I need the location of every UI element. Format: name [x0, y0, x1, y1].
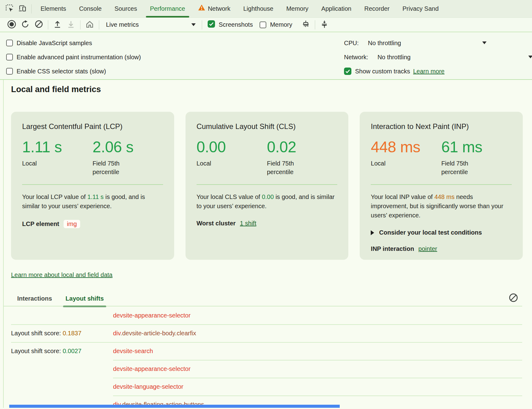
tab-interactions[interactable]: Interactions: [17, 292, 52, 306]
save-profile-button[interactable]: [64, 19, 78, 31]
tab-memory[interactable]: Memory: [280, 0, 315, 18]
capture-settings: Disable JavaScript samples Enable advanc…: [6, 36, 141, 78]
checkbox-unchecked[interactable]: [6, 54, 13, 60]
custom-tracks-label: Show custom tracks: [355, 68, 410, 75]
network-throttling-row: Network: No throttling: [344, 50, 532, 64]
inspect-cursor-icon: [6, 4, 14, 14]
cpu-throttling-select[interactable]: No throttling: [368, 40, 401, 47]
field-label: Field 75th percentile: [267, 159, 310, 176]
css-selector-stats-checkbox-row[interactable]: Enable CSS selector stats (slow): [6, 64, 141, 78]
record-button[interactable]: [5, 19, 18, 31]
record-icon: [7, 20, 16, 30]
chevron-down-icon[interactable]: [528, 56, 532, 58]
clear-icon: [509, 293, 518, 304]
score-value: 0.1837: [63, 330, 81, 337]
clear-button[interactable]: [32, 19, 45, 31]
checkbox-unchecked[interactable]: [6, 40, 13, 46]
metric-description: Your local LCP value of 1.11 s is good, …: [22, 192, 163, 211]
node-tag: devsite-language-selector: [113, 383, 183, 390]
collapse-icon: [320, 20, 328, 29]
table-row[interactable]: Layout shift score: 0.1837 div.devsite-a…: [0, 324, 532, 342]
tab-network[interactable]: Network: [192, 0, 237, 18]
local-value: 0.00: [197, 138, 267, 156]
local-test-conditions-disclosure[interactable]: Consider your local test conditions: [371, 229, 512, 236]
network-label: Network:: [344, 54, 368, 61]
metric-values: 0.00 Local 0.02 Field 75th percentile: [197, 138, 338, 176]
advanced-paint-checkbox-row[interactable]: Enable advanced paint instrumentation (s…: [6, 50, 141, 64]
reload-icon: [21, 20, 29, 30]
chevron-down-icon[interactable]: [482, 41, 487, 44]
node-link[interactable]: div.devsite-article-body.clearfix: [113, 330, 196, 337]
table-row[interactable]: Layout shift score: 0.0027 devsite-searc…: [0, 342, 532, 360]
checkbox-label: Disable JavaScript samples: [17, 40, 92, 47]
tab-sources[interactable]: Sources: [108, 0, 143, 18]
clear-log-button[interactable]: [508, 293, 518, 303]
lcp-element-label: LCP element: [22, 220, 59, 228]
memory-label: Memory: [270, 21, 292, 28]
checkbox-checked-icon[interactable]: [344, 68, 351, 75]
local-label: Local: [22, 159, 92, 168]
inp-interaction-label: INP interaction: [371, 245, 414, 252]
view-mode-select[interactable]: Live metrics: [102, 21, 199, 28]
triangle-right-icon: [371, 230, 374, 235]
toolbar-separator: [80, 20, 80, 29]
device-toolbar-button[interactable]: [16, 2, 29, 15]
checkbox-unchecked[interactable]: [6, 68, 13, 75]
node-link[interactable]: devsite-appearance-selector: [113, 312, 190, 319]
tab-recorder[interactable]: Recorder: [358, 0, 396, 18]
toolbar-separator: [99, 20, 99, 29]
lcp-element-node-chip[interactable]: img: [64, 220, 80, 228]
metric-description: Your local CLS value of 0.00 is good, an…: [197, 192, 338, 211]
local-value: 448 ms: [371, 138, 441, 156]
inspect-element-button[interactable]: [3, 2, 16, 15]
checkbox-unchecked[interactable]: [260, 21, 266, 28]
chevron-down-icon: [191, 23, 196, 26]
tab-privacy-sandbox[interactable]: Privacy Sand: [396, 0, 445, 18]
disable-js-samples-checkbox-row[interactable]: Disable JavaScript samples: [6, 36, 141, 50]
field-label: Field 75th percentile: [92, 159, 135, 176]
record-and-reload-button[interactable]: [18, 19, 32, 31]
inp-interaction-link[interactable]: pointer: [418, 245, 437, 252]
memory-checkbox-row[interactable]: Memory: [260, 21, 292, 28]
tab-elements[interactable]: Elements: [34, 0, 72, 18]
layout-shifts-table: devsite-appearance-selector Layout shift…: [0, 306, 532, 408]
card-title: Cumulative Layout Shift (CLS): [197, 122, 338, 131]
worst-cluster-link[interactable]: 1 shift: [240, 220, 256, 227]
learn-more-link[interactable]: Learn more: [413, 68, 444, 75]
node-link[interactable]: devsite-search: [113, 348, 153, 355]
performance-settings-panel: Disable JavaScript samples Enable advanc…: [0, 32, 532, 80]
card-title: Interaction to Next Paint (INP): [371, 122, 512, 131]
table-row[interactable]: devsite-appearance-selector: [0, 360, 532, 378]
toolbar-separator: [315, 20, 315, 29]
metric-cards: Largest Contentful Paint (LCP) 1.11 s Lo…: [11, 112, 523, 260]
node-link[interactable]: devsite-appearance-selector: [113, 365, 190, 372]
cpu-label: CPU:: [344, 40, 359, 47]
tab-performance[interactable]: Performance: [143, 0, 192, 18]
tab-application[interactable]: Application: [315, 0, 358, 18]
live-metrics-view: Local and field metrics Largest Contentf…: [0, 80, 532, 408]
divider: [197, 184, 338, 185]
clear-icon: [35, 20, 43, 29]
tab-label: Sources: [115, 0, 137, 18]
home-button[interactable]: [83, 19, 96, 31]
selected-row-highlight[interactable]: [9, 405, 340, 408]
network-throttling-select[interactable]: No throttling: [377, 54, 411, 61]
throttling-settings: CPU: No throttling Network: No throttlin…: [344, 36, 532, 79]
disclosure-label: Consider your local test conditions: [379, 229, 482, 236]
device-toolbar-icon: [18, 4, 26, 14]
checkbox-checked-icon[interactable]: [208, 20, 215, 29]
table-row[interactable]: devsite-language-selector: [0, 378, 532, 395]
screenshots-checkbox-row[interactable]: Screenshots: [208, 20, 253, 29]
table-row[interactable]: devsite-appearance-selector: [0, 306, 532, 324]
tab-label: Lighthouse: [243, 0, 273, 18]
load-profile-button[interactable]: [51, 19, 64, 31]
tab-lighthouse[interactable]: Lighthouse: [237, 0, 280, 18]
tab-layout-shifts[interactable]: Layout shifts: [65, 292, 104, 306]
tab-label: Interactions: [17, 295, 52, 302]
learn-more-field-data-link[interactable]: Learn more about local and field data: [11, 271, 112, 279]
collapse-tracks-button[interactable]: [318, 19, 331, 31]
brush-icon: [302, 20, 310, 29]
tab-console[interactable]: Console: [72, 0, 108, 18]
node-link[interactable]: devsite-language-selector: [113, 383, 183, 390]
garbage-collect-button[interactable]: [299, 19, 312, 31]
